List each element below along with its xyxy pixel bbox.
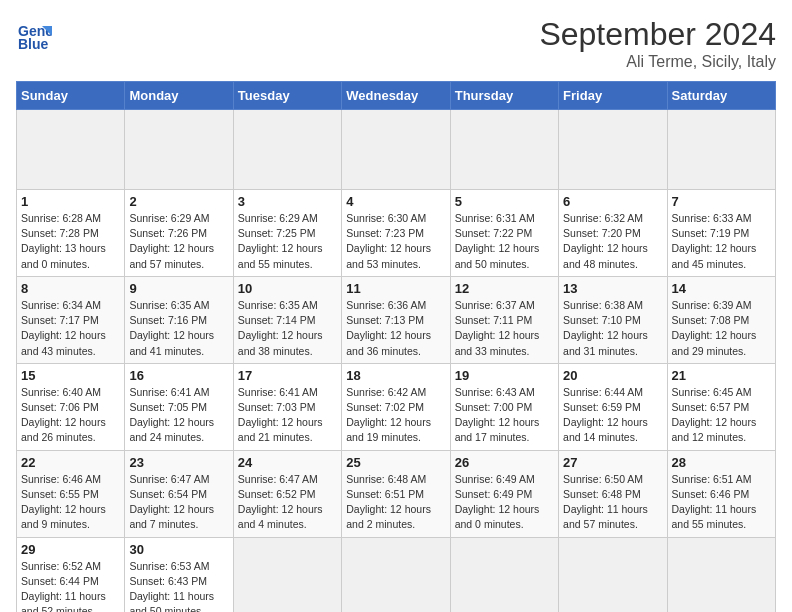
page-header: General Blue September 2024 Ali Terme, S… [16, 16, 776, 71]
calendar-day-cell [450, 110, 558, 190]
day-number: 15 [21, 368, 120, 383]
day-number: 6 [563, 194, 662, 209]
day-number: 16 [129, 368, 228, 383]
calendar-day-cell: 1Sunrise: 6:28 AM Sunset: 7:28 PM Daylig… [17, 190, 125, 277]
calendar-week-row: 22Sunrise: 6:46 AM Sunset: 6:55 PM Dayli… [17, 450, 776, 537]
calendar-day-cell [450, 537, 558, 612]
calendar-day-cell: 26Sunrise: 6:49 AM Sunset: 6:49 PM Dayli… [450, 450, 558, 537]
calendar-day-cell [17, 110, 125, 190]
day-of-week-header: Friday [559, 82, 667, 110]
day-number: 1 [21, 194, 120, 209]
calendar-day-cell [667, 110, 775, 190]
day-info: Sunrise: 6:37 AM Sunset: 7:11 PM Dayligh… [455, 298, 554, 359]
day-info: Sunrise: 6:29 AM Sunset: 7:25 PM Dayligh… [238, 211, 337, 272]
calendar-day-cell: 14Sunrise: 6:39 AM Sunset: 7:08 PM Dayli… [667, 276, 775, 363]
day-info: Sunrise: 6:51 AM Sunset: 6:46 PM Dayligh… [672, 472, 771, 533]
calendar-day-cell: 22Sunrise: 6:46 AM Sunset: 6:55 PM Dayli… [17, 450, 125, 537]
logo: General Blue [16, 16, 52, 52]
day-number: 27 [563, 455, 662, 470]
calendar-day-cell [559, 110, 667, 190]
calendar-day-cell: 15Sunrise: 6:40 AM Sunset: 7:06 PM Dayli… [17, 363, 125, 450]
calendar-day-cell [233, 537, 341, 612]
calendar-day-cell: 20Sunrise: 6:44 AM Sunset: 6:59 PM Dayli… [559, 363, 667, 450]
calendar-day-cell: 4Sunrise: 6:30 AM Sunset: 7:23 PM Daylig… [342, 190, 450, 277]
location-subtitle: Ali Terme, Sicily, Italy [539, 53, 776, 71]
day-number: 28 [672, 455, 771, 470]
day-number: 23 [129, 455, 228, 470]
day-info: Sunrise: 6:40 AM Sunset: 7:06 PM Dayligh… [21, 385, 120, 446]
calendar-header-row: SundayMondayTuesdayWednesdayThursdayFrid… [17, 82, 776, 110]
day-info: Sunrise: 6:30 AM Sunset: 7:23 PM Dayligh… [346, 211, 445, 272]
day-number: 7 [672, 194, 771, 209]
day-info: Sunrise: 6:31 AM Sunset: 7:22 PM Dayligh… [455, 211, 554, 272]
day-info: Sunrise: 6:42 AM Sunset: 7:02 PM Dayligh… [346, 385, 445, 446]
day-of-week-header: Monday [125, 82, 233, 110]
day-info: Sunrise: 6:36 AM Sunset: 7:13 PM Dayligh… [346, 298, 445, 359]
day-number: 18 [346, 368, 445, 383]
day-number: 4 [346, 194, 445, 209]
logo-icon: General Blue [16, 16, 52, 52]
calendar-day-cell: 17Sunrise: 6:41 AM Sunset: 7:03 PM Dayli… [233, 363, 341, 450]
day-number: 24 [238, 455, 337, 470]
day-number: 21 [672, 368, 771, 383]
calendar-day-cell: 25Sunrise: 6:48 AM Sunset: 6:51 PM Dayli… [342, 450, 450, 537]
calendar-week-row [17, 110, 776, 190]
calendar-day-cell [342, 537, 450, 612]
calendar-week-row: 29Sunrise: 6:52 AM Sunset: 6:44 PM Dayli… [17, 537, 776, 612]
calendar-day-cell: 21Sunrise: 6:45 AM Sunset: 6:57 PM Dayli… [667, 363, 775, 450]
day-info: Sunrise: 6:41 AM Sunset: 7:05 PM Dayligh… [129, 385, 228, 446]
calendar-day-cell: 23Sunrise: 6:47 AM Sunset: 6:54 PM Dayli… [125, 450, 233, 537]
day-info: Sunrise: 6:46 AM Sunset: 6:55 PM Dayligh… [21, 472, 120, 533]
day-number: 3 [238, 194, 337, 209]
calendar-day-cell: 3Sunrise: 6:29 AM Sunset: 7:25 PM Daylig… [233, 190, 341, 277]
calendar-day-cell: 28Sunrise: 6:51 AM Sunset: 6:46 PM Dayli… [667, 450, 775, 537]
day-number: 19 [455, 368, 554, 383]
calendar-day-cell [559, 537, 667, 612]
title-block: September 2024 Ali Terme, Sicily, Italy [539, 16, 776, 71]
day-number: 30 [129, 542, 228, 557]
calendar-day-cell: 2Sunrise: 6:29 AM Sunset: 7:26 PM Daylig… [125, 190, 233, 277]
day-info: Sunrise: 6:35 AM Sunset: 7:16 PM Dayligh… [129, 298, 228, 359]
svg-text:Blue: Blue [18, 36, 49, 52]
calendar-day-cell: 24Sunrise: 6:47 AM Sunset: 6:52 PM Dayli… [233, 450, 341, 537]
calendar-day-cell: 13Sunrise: 6:38 AM Sunset: 7:10 PM Dayli… [559, 276, 667, 363]
day-info: Sunrise: 6:50 AM Sunset: 6:48 PM Dayligh… [563, 472, 662, 533]
day-of-week-header: Thursday [450, 82, 558, 110]
calendar-week-row: 8Sunrise: 6:34 AM Sunset: 7:17 PM Daylig… [17, 276, 776, 363]
calendar-day-cell: 18Sunrise: 6:42 AM Sunset: 7:02 PM Dayli… [342, 363, 450, 450]
calendar-day-cell: 19Sunrise: 6:43 AM Sunset: 7:00 PM Dayli… [450, 363, 558, 450]
day-info: Sunrise: 6:29 AM Sunset: 7:26 PM Dayligh… [129, 211, 228, 272]
calendar-day-cell [125, 110, 233, 190]
day-number: 17 [238, 368, 337, 383]
calendar-day-cell: 30Sunrise: 6:53 AM Sunset: 6:43 PM Dayli… [125, 537, 233, 612]
day-number: 13 [563, 281, 662, 296]
calendar-day-cell: 11Sunrise: 6:36 AM Sunset: 7:13 PM Dayli… [342, 276, 450, 363]
calendar-day-cell [342, 110, 450, 190]
day-info: Sunrise: 6:34 AM Sunset: 7:17 PM Dayligh… [21, 298, 120, 359]
day-info: Sunrise: 6:49 AM Sunset: 6:49 PM Dayligh… [455, 472, 554, 533]
day-info: Sunrise: 6:48 AM Sunset: 6:51 PM Dayligh… [346, 472, 445, 533]
day-of-week-header: Tuesday [233, 82, 341, 110]
day-number: 26 [455, 455, 554, 470]
day-number: 20 [563, 368, 662, 383]
day-number: 22 [21, 455, 120, 470]
calendar-week-row: 15Sunrise: 6:40 AM Sunset: 7:06 PM Dayli… [17, 363, 776, 450]
calendar-day-cell [233, 110, 341, 190]
day-info: Sunrise: 6:35 AM Sunset: 7:14 PM Dayligh… [238, 298, 337, 359]
day-info: Sunrise: 6:41 AM Sunset: 7:03 PM Dayligh… [238, 385, 337, 446]
calendar-day-cell: 16Sunrise: 6:41 AM Sunset: 7:05 PM Dayli… [125, 363, 233, 450]
calendar-table: SundayMondayTuesdayWednesdayThursdayFrid… [16, 81, 776, 612]
day-number: 14 [672, 281, 771, 296]
day-info: Sunrise: 6:53 AM Sunset: 6:43 PM Dayligh… [129, 559, 228, 613]
calendar-week-row: 1Sunrise: 6:28 AM Sunset: 7:28 PM Daylig… [17, 190, 776, 277]
month-title: September 2024 [539, 16, 776, 53]
calendar-day-cell: 10Sunrise: 6:35 AM Sunset: 7:14 PM Dayli… [233, 276, 341, 363]
day-info: Sunrise: 6:38 AM Sunset: 7:10 PM Dayligh… [563, 298, 662, 359]
day-number: 9 [129, 281, 228, 296]
day-number: 10 [238, 281, 337, 296]
day-number: 5 [455, 194, 554, 209]
calendar-day-cell: 5Sunrise: 6:31 AM Sunset: 7:22 PM Daylig… [450, 190, 558, 277]
day-number: 29 [21, 542, 120, 557]
calendar-day-cell: 7Sunrise: 6:33 AM Sunset: 7:19 PM Daylig… [667, 190, 775, 277]
calendar-day-cell: 12Sunrise: 6:37 AM Sunset: 7:11 PM Dayli… [450, 276, 558, 363]
